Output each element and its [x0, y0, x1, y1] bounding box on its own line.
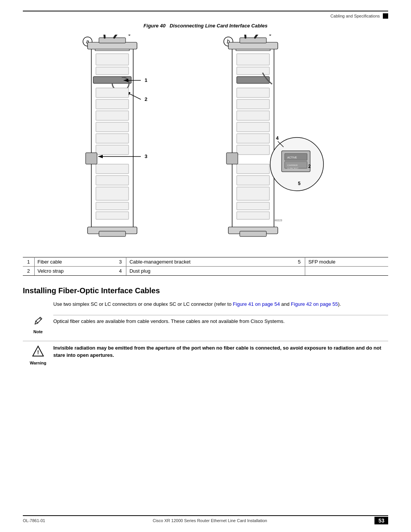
svg-rect-35 [237, 54, 269, 65]
svg-rect-25 [96, 212, 129, 219]
svg-rect-38 [237, 88, 269, 97]
svg-rect-43 [237, 145, 269, 155]
page-footer: OL-7861-01 Cisco XR 12000 Series Router … [23, 517, 388, 524]
note-text: Optical fiber cables are available from … [53, 315, 388, 325]
svg-text:CARRIER: CARRIER [287, 164, 298, 166]
section-heading: Installing Fiber-Optic Interface Cables [23, 286, 388, 295]
svg-rect-48 [237, 212, 269, 219]
svg-rect-23 [96, 187, 129, 200]
svg-text:5: 5 [298, 181, 301, 186]
svg-rect-17 [96, 111, 129, 120]
svg-text:4: 4 [276, 135, 279, 141]
svg-text:X PACKET: X PACKET [287, 167, 299, 169]
svg-text:2: 2 [308, 164, 311, 169]
legend-item-1: Fiber cable [34, 257, 115, 267]
svg-rect-45 [237, 176, 269, 185]
svg-rect-44 [237, 164, 269, 174]
figure-caption: Disconnecting Line Card Interface Cables [170, 23, 268, 29]
warning-icon: ! [32, 345, 44, 360]
svg-rect-60 [226, 153, 238, 164]
figure-title: Figure 40 Disconnecting Line Card Interf… [23, 23, 388, 29]
svg-rect-40 [237, 111, 269, 120]
svg-rect-34 [240, 38, 266, 43]
legend-num-3: 3 [115, 257, 126, 267]
svg-rect-7 [99, 38, 126, 43]
legend-item-4: Dust plug [126, 267, 294, 276]
warning-label-text: Warning [30, 361, 46, 365]
svg-rect-13 [96, 54, 129, 65]
svg-text:ACTIVE: ACTIVE [287, 156, 297, 159]
figure-diagram: a b [65, 35, 346, 248]
svg-rect-16 [96, 99, 129, 109]
svg-rect-26 [86, 153, 97, 164]
note-icon [33, 316, 43, 329]
svg-rect-6 [88, 42, 137, 49]
legend-num-1: 1 [23, 257, 34, 267]
legend-row-1: 1 Fiber cable 3 Cable-management bracket… [23, 257, 388, 267]
svg-rect-14 [96, 67, 129, 75]
svg-rect-24 [96, 202, 129, 210]
legend-item-empty [305, 267, 388, 276]
footer-page-num: 53 [374, 517, 388, 524]
warning-label-area: ! Warning [23, 344, 53, 365]
header-section-title: Cabling and Specifications [330, 14, 380, 18]
svg-rect-15 [96, 88, 129, 97]
warning-block: ! Warning Invisible radiation may be emi… [23, 341, 388, 365]
figure-container: a b [23, 35, 388, 248]
svg-rect-18 [96, 122, 129, 132]
svg-rect-33 [228, 42, 278, 49]
svg-rect-62 [240, 231, 266, 236]
legend-item-5: SFP module [305, 257, 388, 267]
header-black-box [383, 13, 388, 19]
svg-rect-42 [237, 134, 269, 143]
svg-rect-47 [237, 202, 269, 210]
body-text: Use two simplex SC or LC connectors or o… [53, 300, 388, 308]
figure-label: Figure 40 [143, 23, 170, 29]
main-content: Figure 40 Disconnecting Line Card Interf… [23, 23, 388, 509]
legend-item-2: Velcro strap [34, 267, 115, 276]
svg-rect-21 [96, 164, 129, 174]
legend-num-empty [294, 267, 305, 276]
legend-num-2: 2 [23, 267, 34, 276]
svg-rect-22 [96, 176, 129, 185]
figure-41-link[interactable]: Figure 41 on page 54 [233, 301, 280, 307]
svg-rect-41 [237, 122, 269, 132]
page-wrapper: Cabling and Specifications Figure 40 Dis… [0, 0, 411, 532]
page-header: Cabling and Specifications [23, 13, 388, 20]
figure-42-link[interactable]: Figure 42 on page 55 [291, 301, 338, 307]
svg-rect-19 [96, 134, 129, 143]
note-label-area: Note [23, 315, 53, 334]
legend-table: 1 Fiber cable 3 Cable-management bracket… [23, 257, 388, 276]
svg-rect-36 [237, 67, 269, 75]
svg-text:80223: 80223 [275, 219, 282, 222]
legend-item-3: Cable-management bracket [126, 257, 294, 267]
svg-text:3: 3 [145, 153, 147, 159]
warning-text: Invisible radiation may be emitted from … [53, 344, 388, 359]
note-block: Note Optical fiber cables are available … [23, 315, 388, 334]
top-border [23, 11, 388, 11]
svg-rect-30 [99, 231, 126, 236]
legend-num-5: 5 [294, 257, 305, 267]
footer-doc-id: OL-7861-01 [23, 518, 45, 523]
footer-page-number-container: 53 [374, 517, 388, 524]
bottom-border [23, 515, 388, 516]
legend-num-4: 4 [115, 267, 126, 276]
legend-row-2: 2 Velcro strap 4 Dust plug [23, 267, 388, 276]
svg-rect-46 [237, 187, 269, 200]
svg-text:1: 1 [145, 77, 147, 83]
svg-rect-37 [237, 77, 269, 83]
svg-rect-39 [237, 99, 269, 109]
footer-doc-title: Cisco XR 12000 Series Router Ethernet Li… [153, 518, 267, 523]
svg-rect-20 [96, 145, 129, 155]
svg-text:2: 2 [145, 96, 147, 102]
svg-text:!: ! [37, 349, 39, 355]
note-label-text: Note [33, 329, 43, 334]
